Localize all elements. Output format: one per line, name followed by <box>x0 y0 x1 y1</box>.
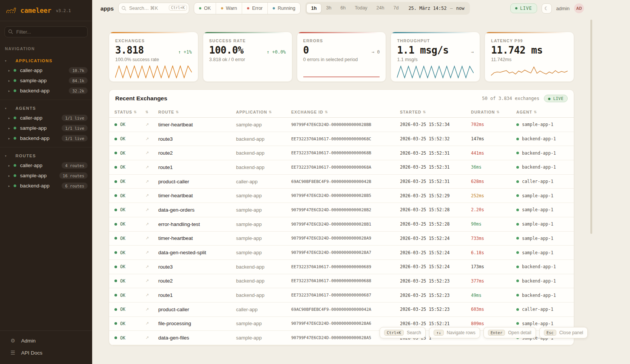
table-row[interactable]: OK↗route1backend-appEE7322370A10617-0000… <box>109 160 574 175</box>
status-label: OK <box>120 193 125 198</box>
item-label: caller-app <box>20 115 42 121</box>
route-cell: data-gen-files <box>158 335 236 341</box>
column-header-duration[interactable]: DURATION⇅ <box>471 110 516 114</box>
agent-label: backend-app-1 <box>522 164 556 170</box>
exchange-id-cell: EE7322370A10617-0000000000000688 <box>291 278 400 283</box>
open-detail-icon[interactable]: ↗ <box>145 278 158 283</box>
section-header-applications[interactable]: ▾APPLICATIONS <box>0 56 92 65</box>
column-header-status[interactable]: STATUS⇅ <box>109 110 145 114</box>
column-header-started[interactable]: STARTED⇅ <box>400 110 471 114</box>
range-button-24h[interactable]: 24h <box>372 3 389 13</box>
table-row[interactable]: OK↗timer-heartbeatsample-app90799F47E6CD… <box>109 118 574 132</box>
status-filter-error[interactable]: Error <box>242 3 268 14</box>
column-header-application[interactable]: APPLICATION⇅ <box>236 110 291 114</box>
search-icon <box>121 6 127 12</box>
sidebar-item-backend-app[interactable]: ▸backend-app32.2k <box>0 86 92 96</box>
table-row[interactable]: OK↗product-callercaller-app69AC90BF8EBC4… <box>109 175 574 189</box>
sidebar-item-caller-app[interactable]: ▸caller-app10.7k <box>0 65 92 75</box>
status-filter-running[interactable]: Running <box>268 3 300 14</box>
sidebar-item-caller-app[interactable]: ▸caller-app1/1 live <box>0 113 92 123</box>
status-dot-icon <box>14 89 16 92</box>
column-header-route[interactable]: ROUTE⇅ <box>158 110 236 114</box>
open-detail-icon[interactable]: ↗ <box>145 151 158 155</box>
theme-toggle[interactable]: ☾ <box>542 3 552 14</box>
sidebar-item-sample-app[interactable]: ▸sample-app84.1k <box>0 75 92 86</box>
sidebar-item-sample-app[interactable]: ▸sample-app1/1 live <box>0 123 92 133</box>
status-label: OK <box>120 321 125 326</box>
status-filter-warn[interactable]: Warn <box>216 3 242 14</box>
range-button-6h[interactable]: 6h <box>336 3 350 13</box>
sidebar-item-admin[interactable]: ⚙ Admin <box>0 335 92 347</box>
table-row[interactable]: OK↗route2backend-appEE7322370A10617-0000… <box>109 274 574 289</box>
open-detail-icon[interactable]: ↗ <box>145 335 158 340</box>
chevron-right-icon: ▸ <box>8 174 14 178</box>
status-cell: OK <box>109 250 145 255</box>
open-detail-icon[interactable]: ↗ <box>145 307 158 312</box>
table-row[interactable]: OK↗timer-heartbeatsample-app90799F47E6CD… <box>109 189 574 203</box>
started-cell: 2026-03-25 15:52:29 <box>400 193 471 198</box>
scrollbar-thumb[interactable] <box>590 20 592 234</box>
table-row[interactable]: OK↗error-handling-testsample-app90799F47… <box>109 217 574 232</box>
hint-label: Open detail <box>508 330 531 335</box>
application-cell: sample-app <box>236 122 291 127</box>
open-detail-icon[interactable]: ↗ <box>145 179 158 184</box>
sparkline <box>491 65 568 78</box>
open-detail-icon[interactable]: ↗ <box>145 165 158 170</box>
agent-cell: sample-app-1 <box>516 221 574 227</box>
exchange-id-cell: EE7322370A10617-000000000000068B <box>291 151 400 155</box>
ok-dot-icon <box>114 308 117 311</box>
open-detail-icon[interactable]: ↗ <box>145 264 158 269</box>
table-row[interactable]: OK↗timer-heartbeatsample-app90799F47E6CD… <box>109 232 574 246</box>
section-header-agents[interactable]: ▾AGENTS <box>0 104 92 113</box>
column-header-agent[interactable]: AGENT⇅ <box>516 110 574 114</box>
agent-label: backend-app-1 <box>522 151 556 156</box>
open-detail-icon[interactable]: ↗ <box>145 137 158 141</box>
open-detail-icon[interactable]: ↗ <box>145 122 158 127</box>
table-row[interactable]: OK↗product-callercaller-app69AC90BF8EBC4… <box>109 303 574 317</box>
stat-card-success-rate: SUCCESS RATE100.0%↑ +0.0%3.818 ok / 0 er… <box>203 32 292 82</box>
column-header-expand[interactable]: ⇅ <box>145 110 158 114</box>
column-header-exchange-id[interactable]: EXCHANGE ID⇅ <box>291 110 400 114</box>
status-dot-icon <box>14 174 16 177</box>
sidebar-item-api-docs[interactable]: ☰ API Docs <box>0 347 92 359</box>
range-button-1h[interactable]: 1h <box>306 3 322 13</box>
table-row[interactable]: OK↗data-gen-orderssample-app90799F47E6CD… <box>109 203 574 217</box>
kbd-chip: Enter <box>488 330 505 336</box>
range-button-3h[interactable]: 3h <box>321 3 336 13</box>
global-search: Ctrl+K <box>118 3 189 14</box>
status-cell: OK <box>109 335 145 341</box>
section-header-routes[interactable]: ▾ROUTES <box>0 151 92 160</box>
sidebar-item-backend-app[interactable]: ▸backend-app1/1 live <box>0 133 92 143</box>
open-detail-icon[interactable]: ↗ <box>145 321 158 326</box>
table-row[interactable]: OK↗route1backend-appEE7322370A10617-0000… <box>109 288 574 303</box>
hint-navigate-rows: ↑↓Navigate rows <box>429 327 480 338</box>
brand-version: v3.2.1 <box>56 8 71 13</box>
route-cell: product-caller <box>158 179 236 184</box>
live-toggle[interactable]: LIVE <box>510 3 537 13</box>
sidebar-item-backend-app[interactable]: ▸backend-app6 routes <box>0 181 92 191</box>
avatar[interactable]: AD <box>574 3 584 13</box>
status-cell: OK <box>109 122 145 127</box>
status-dot-icon <box>247 7 249 9</box>
open-detail-icon[interactable]: ↗ <box>145 193 158 198</box>
sidebar-item-sample-app[interactable]: ▸sample-app16 routes <box>0 170 92 181</box>
range-button-7d[interactable]: 7d <box>389 3 403 13</box>
agent-dot-icon <box>516 294 519 296</box>
open-detail-icon[interactable]: ↗ <box>145 236 158 241</box>
table-row[interactable]: OK↗route2backend-appEE7322370A10617-0000… <box>109 146 574 160</box>
table-row[interactable]: OK↗route3backend-appEE7322370A10617-0000… <box>109 260 574 274</box>
table-row[interactable]: OK↗data-gen-nested-splitsample-app90799F… <box>109 246 574 260</box>
card-accent-strip <box>391 32 480 33</box>
status-filter-ok[interactable]: OK <box>194 3 216 14</box>
range-button-today[interactable]: Today <box>350 3 372 13</box>
open-detail-icon[interactable]: ↗ <box>145 250 158 255</box>
open-detail-icon[interactable]: ↗ <box>145 207 158 212</box>
sidebar-item-caller-app[interactable]: ▸caller-app4 routes <box>0 160 92 170</box>
open-detail-icon[interactable]: ↗ <box>145 222 158 227</box>
open-detail-icon[interactable]: ↗ <box>145 293 158 298</box>
filter-input[interactable] <box>5 26 88 37</box>
duration-cell: 603ms <box>471 307 516 312</box>
brand-name: cameleer <box>20 7 51 14</box>
status-dot-icon <box>14 137 16 140</box>
table-row[interactable]: OK↗route3backend-appEE7322370A10617-0000… <box>109 132 574 146</box>
